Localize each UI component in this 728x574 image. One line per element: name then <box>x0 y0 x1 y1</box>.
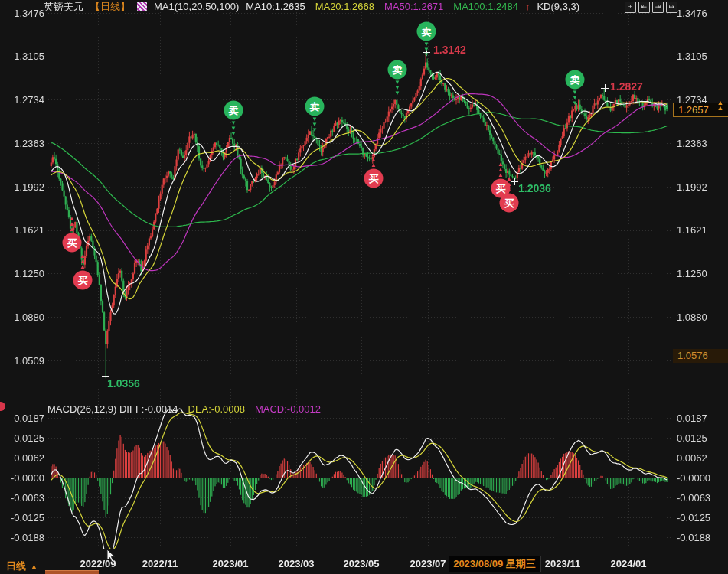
ma-value-label: MA20:1.2668 <box>315 1 374 12</box>
chart-toolbar: +⇤⇥↦ <box>625 2 677 13</box>
buy-arrow-icon: ▲ <box>80 259 86 264</box>
ma-value-label: MA10:1.2635 <box>246 1 305 12</box>
axis-tick-label: 1.2363 <box>6 138 44 149</box>
buy-arrow-icon: ▲ <box>80 265 86 269</box>
buy-signal-badge: 买 <box>364 169 384 188</box>
axis-tick-label: 1.3105 <box>6 51 44 62</box>
ma-value-label: MA50:1.2671 <box>384 1 443 12</box>
axis-tick-label: 0.0125 <box>677 432 707 444</box>
tab-daily-label: 日线 <box>6 559 26 573</box>
axis-tick-label: -0.0188 <box>6 532 44 543</box>
buy-signal-badge: 买 <box>63 233 82 253</box>
pan-right-icon[interactable]: ⇥ <box>652 2 664 13</box>
scrollbar-thumb[interactable] <box>45 570 99 574</box>
axis-tick-label: 0.0187 <box>677 413 707 424</box>
symbol-name: 英镑美元 <box>44 0 83 14</box>
mouse-cursor <box>106 549 116 563</box>
buy-arrow-icon: ▲ <box>498 162 504 167</box>
crosshair-icon[interactable]: + <box>625 2 636 13</box>
axis-tick-label: 1.0880 <box>677 311 707 323</box>
sell-signal-badge: 卖 <box>417 22 436 41</box>
time-axis-label: 2024/01 <box>611 558 647 569</box>
pan-left-icon[interactable]: ⇤ <box>638 2 650 13</box>
axis-tick-label: -0.0063 <box>677 492 710 504</box>
buy-arrow-icon: ▲ <box>498 168 504 172</box>
buy-arrow-icon: ▲ <box>69 217 75 221</box>
sell-arrow-icon: ▼ <box>394 91 400 96</box>
axis-tick-label: 0.0187 <box>6 413 44 424</box>
buy-arrow-icon: ▲ <box>506 182 512 187</box>
axis-tick-label: -0.0063 <box>6 492 44 504</box>
low-price-box: 1.0576 <box>673 349 728 363</box>
buy-signal-badge: 买 <box>500 194 519 213</box>
buy-arrow-icon: ▲ <box>80 254 86 259</box>
tab-daily[interactable]: 日线 ▲ <box>6 559 38 573</box>
period-tag: 【日线】 <box>90 0 130 14</box>
buy-arrow-icon: ▲ <box>371 158 377 162</box>
kd-indicator-label: KD(9,3,3) <box>537 1 579 12</box>
axis-tick-label: 1.0509 <box>6 355 44 367</box>
sell-signal-badge: 卖 <box>566 70 585 90</box>
axis-tick-label: -0.0000 <box>6 472 44 484</box>
axis-tick-label: -0.0000 <box>677 472 710 484</box>
trend-up-arrow-icon: ↑ <box>525 1 530 12</box>
time-axis-label: 2023/01 <box>213 558 249 569</box>
axis-tick-label: 1.2734 <box>6 94 44 106</box>
axis-tick-label: 1.1992 <box>6 181 44 193</box>
sell-signal-badge: 卖 <box>388 60 407 80</box>
time-axis-label: 2023/11 <box>545 558 580 569</box>
axis-tick-label: 1.3105 <box>677 51 707 62</box>
macd-title: MACD(26,12,9) DIFF:-0.0014 <box>47 403 178 415</box>
axis-tick-label: 1.1250 <box>6 268 44 279</box>
axis-tick-label: 0.0062 <box>677 452 707 464</box>
axis-tick-label: -0.0125 <box>677 512 710 523</box>
axis-tick-label: 1.3476 <box>677 8 707 19</box>
time-axis-label: 2023/03 <box>279 558 315 569</box>
axis-tick-label: 1.0880 <box>6 311 44 323</box>
export-right-icon[interactable]: ↦ <box>666 2 677 13</box>
axis-tick-label: 1.1250 <box>677 268 707 279</box>
buy-signal-badge: 买 <box>73 271 93 290</box>
sell-arrow-icon: ▼ <box>312 128 318 132</box>
macd-header: MACD(26,12,9) DIFF:-0.0014 DEA:-0.0008 M… <box>47 403 321 415</box>
sell-arrow-icon: ▼ <box>230 132 237 136</box>
time-axis-label: 2023/07 <box>410 558 446 569</box>
up-triangle-icon: ▲ <box>715 106 726 111</box>
tab-arrow-icon: ▲ <box>31 563 38 570</box>
crosshair-date-label: 2023/08/09 星期三 <box>449 556 540 572</box>
axis-tick-label: 0.0062 <box>6 452 44 464</box>
buy-arrow-icon: ▲ <box>69 222 75 227</box>
ma-value-label: MA100:1.2484 <box>453 1 518 12</box>
trading-chart-window: 英镑美元 【日线】 MA1(10,20,50,100) MA10:1.2635M… <box>0 0 728 574</box>
buy-arrow-icon: ▲ <box>506 177 512 181</box>
price-annotation: 1.3142 <box>433 44 466 56</box>
chart-header: 英镑美元 【日线】 MA1(10,20,50,100) MA10:1.2635M… <box>44 1 579 12</box>
time-axis-label: 2022/11 <box>142 558 178 569</box>
axis-tick-label: 1.2363 <box>677 138 707 149</box>
axis-tick-label: -0.0188 <box>677 532 710 543</box>
axis-tick-label: 1.1992 <box>677 181 707 193</box>
sell-arrow-icon: ▼ <box>572 101 578 106</box>
buy-arrow-icon: ▲ <box>371 152 377 157</box>
axis-tick-label: 1.3476 <box>6 8 44 19</box>
sell-arrow-icon: ▼ <box>423 53 429 57</box>
price-annotation: 1.2827 <box>610 80 643 93</box>
axis-tick-label: -0.0125 <box>6 512 44 523</box>
buy-arrow-icon: ▲ <box>506 188 512 192</box>
sell-signal-badge: 卖 <box>305 97 325 116</box>
chart-style-icon[interactable] <box>137 2 147 11</box>
ma-values: MA10:1.2635MA20:1.2668MA50:1.2671MA100:1… <box>246 1 518 12</box>
buy-arrow-icon: ▲ <box>371 163 377 168</box>
axis-tick-label: 1.1621 <box>677 224 707 236</box>
buy-arrow-icon: ▲ <box>69 227 75 232</box>
sell-signal-badge: 卖 <box>224 101 243 120</box>
time-axis-label: 2023/05 <box>344 558 380 569</box>
axis-tick-label: 0.0125 <box>6 432 44 444</box>
ma-group-label: MA1(10,20,50,100) <box>154 1 239 12</box>
price-annotation: 1.2036 <box>518 182 551 194</box>
buy-arrow-icon: ▲ <box>498 173 504 178</box>
axis-tick-label: 1.1621 <box>6 224 44 236</box>
macd-macd-value: MACD:-0.0012 <box>255 403 321 415</box>
price-annotation: 1.0356 <box>107 377 140 390</box>
price-up-arrows-marker: ▲ ▲ <box>715 100 726 111</box>
